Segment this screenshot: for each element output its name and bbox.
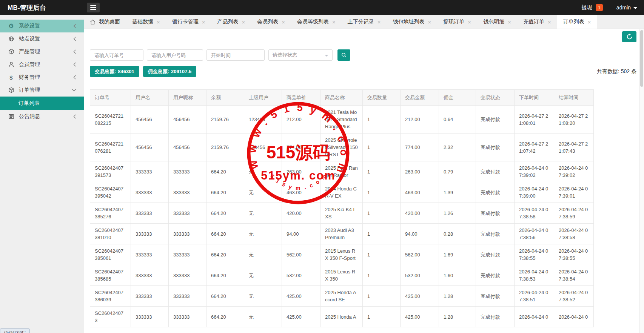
sidebar-item[interactable]: 订单管理 (0, 84, 84, 97)
tab[interactable]: 提现订单× (437, 15, 477, 29)
close-icon[interactable]: × (282, 19, 285, 25)
search-button[interactable] (337, 49, 350, 61)
cell: 456456 (169, 134, 206, 161)
status-select[interactable]: 请选择状态 (268, 49, 333, 61)
chevron-left-icon (73, 114, 76, 119)
start-time-input[interactable] (206, 49, 265, 61)
user-menu[interactable]: admin (616, 5, 637, 11)
cell: 2015 Lexus RX 350 (320, 265, 363, 286)
sidebar-item[interactable]: $财务管理 (0, 71, 84, 84)
cell: 2026-04-24 07:39:02 (515, 161, 554, 182)
sidebar-item-label: 会员管理 (19, 61, 73, 68)
tab[interactable]: 充值订单× (517, 15, 557, 29)
sidebar-item[interactable]: 产品管理 (0, 45, 84, 58)
cell: 463.00 (401, 182, 439, 203)
user-number-input[interactable] (147, 49, 203, 61)
cell: 425.00 (282, 286, 320, 307)
chevron-left-icon (73, 37, 76, 41)
content-toolbar (84, 29, 636, 45)
cell: 333333 (131, 286, 169, 307)
cell: 1.60 (439, 265, 476, 286)
sidebar-subitem-order-list[interactable]: 订单列表 (0, 97, 84, 110)
gear-icon: ⚙ (8, 23, 15, 30)
table-row: SC26042407385061333333333333664.20无562.0… (90, 244, 594, 265)
tab[interactable]: 基础数据× (126, 15, 166, 29)
close-icon[interactable]: × (377, 19, 381, 25)
app-title: MB-管理后台 (0, 3, 46, 12)
cell: 94.00 (282, 224, 320, 244)
cell: 333333 (131, 244, 169, 265)
cell: 420.00 (401, 203, 439, 224)
tab-label: 订单列表 (563, 18, 584, 25)
close-icon[interactable]: × (468, 19, 471, 25)
user-name: admin (616, 5, 631, 11)
close-icon[interactable]: × (508, 19, 511, 25)
cell: 1 (363, 182, 401, 203)
refresh-icon (626, 34, 633, 40)
tab[interactable]: 产品列表× (211, 15, 251, 29)
tab[interactable]: 银行卡管理× (166, 15, 211, 29)
cell: 532.00 (401, 265, 439, 286)
tab[interactable]: 会员列表× (251, 15, 291, 29)
tab[interactable]: 钱包地址列表× (387, 15, 438, 29)
close-icon[interactable]: × (588, 19, 591, 25)
trade-total-value: 846301 (118, 69, 134, 74)
sidebar-item[interactable]: 会员管理 (0, 58, 84, 71)
cell: SC26042407391573 (90, 161, 131, 182)
cell: 562.00 (282, 244, 320, 265)
cell: 333333 (169, 161, 206, 182)
cell: 664.20 (206, 265, 244, 286)
cell: 1 (363, 134, 401, 161)
sidebar-item[interactable]: 公告消息 (0, 110, 84, 123)
cell: 2025 Honda A (320, 307, 363, 327)
cell: 333333 (131, 224, 169, 244)
cell: 2026-04-24 07:38:58 (515, 203, 554, 224)
close-icon[interactable]: × (157, 19, 160, 25)
sidebar-item[interactable]: ⚙系统设置 (0, 20, 84, 32)
globe-icon (8, 35, 15, 43)
cell: 532.00 (282, 265, 320, 286)
column-header: 下单时间 (515, 90, 554, 106)
cell: 212.00 (401, 106, 439, 134)
cell: 2026-04-24 07:38:52 (554, 286, 594, 307)
tab[interactable]: 钱包明细× (477, 15, 517, 29)
close-icon[interactable]: × (428, 19, 431, 25)
sidebar-item-label: 站点设置 (19, 35, 73, 42)
table-row: SC26042407385276333333333333664.20无420.0… (90, 203, 594, 224)
cell: 0.64 (439, 106, 476, 134)
cell: 123456 (244, 106, 282, 134)
cell: 无 (244, 161, 282, 182)
cell: 2023 Audi A3 Premium (320, 224, 363, 244)
tab[interactable]: 订单列表× (557, 15, 597, 29)
column-header: 佣金 (439, 90, 476, 106)
table-row: SC26042407391573333333333333664.20无263.0… (90, 161, 594, 182)
cell: 2025 Honda Accord SE (320, 286, 363, 307)
sidebar-item[interactable]: 站点设置 (0, 32, 84, 45)
close-icon[interactable]: × (548, 19, 551, 25)
column-header: 订单号 (90, 90, 131, 106)
summary-row: 交易总额: 846301 佣金总额: 209107.5 共有数据: 502 条 (90, 66, 636, 77)
cell: 完成付款 (476, 224, 515, 244)
refresh-button[interactable] (622, 31, 636, 42)
cell: 1.28 (439, 307, 476, 327)
tab[interactable]: 我的桌面 (84, 15, 126, 29)
cell: 664.20 (206, 203, 244, 224)
scrollbar-thumb[interactable] (640, 30, 643, 87)
cell: 完成付款 (476, 244, 515, 265)
close-icon[interactable]: × (332, 19, 336, 25)
tab-label: 提现订单 (443, 18, 464, 25)
cell: SC26042407395042 (90, 182, 131, 203)
top-header: MB-管理后台 提现 1 admin (0, 0, 644, 15)
tab[interactable]: 会员等级列表× (291, 15, 342, 29)
withdraw-menu[interactable]: 提现 1 (582, 4, 603, 11)
close-icon[interactable]: × (242, 19, 245, 25)
close-icon[interactable]: × (202, 19, 205, 25)
search-icon (341, 52, 347, 58)
tab-label: 我的桌面 (99, 18, 120, 25)
cell: 1.69 (439, 244, 476, 265)
tab-label: 产品列表 (217, 18, 239, 25)
hamburger-icon[interactable] (87, 3, 100, 12)
tab[interactable]: 上下分记录× (342, 15, 387, 29)
cell: 2015 Lexus RX 350 F-Sport (320, 244, 363, 265)
order-no-input[interactable] (90, 49, 143, 61)
